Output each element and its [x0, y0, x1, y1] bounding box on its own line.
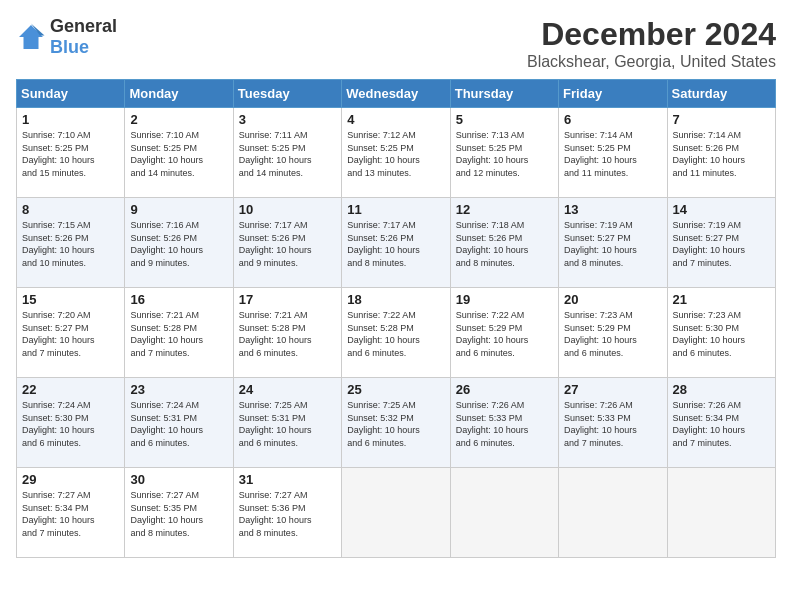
- weekday-header-cell: Tuesday: [233, 80, 341, 108]
- day-number: 3: [239, 112, 336, 127]
- day-info: Sunrise: 7:24 AMSunset: 5:31 PMDaylight:…: [130, 399, 227, 449]
- location-title: Blackshear, Georgia, United States: [527, 53, 776, 71]
- day-number: 15: [22, 292, 119, 307]
- day-info: Sunrise: 7:17 AMSunset: 5:26 PMDaylight:…: [239, 219, 336, 269]
- day-number: 23: [130, 382, 227, 397]
- day-info: Sunrise: 7:21 AMSunset: 5:28 PMDaylight:…: [130, 309, 227, 359]
- calendar: SundayMondayTuesdayWednesdayThursdayFrid…: [16, 79, 776, 558]
- calendar-day-cell: 10Sunrise: 7:17 AMSunset: 5:26 PMDayligh…: [233, 198, 341, 288]
- day-info: Sunrise: 7:27 AMSunset: 5:36 PMDaylight:…: [239, 489, 336, 539]
- logo-icon: [16, 22, 46, 52]
- calendar-week-row: 29Sunrise: 7:27 AMSunset: 5:34 PMDayligh…: [17, 468, 776, 558]
- day-number: 29: [22, 472, 119, 487]
- title-area: December 2024 Blackshear, Georgia, Unite…: [527, 16, 776, 71]
- calendar-day-cell: 25Sunrise: 7:25 AMSunset: 5:32 PMDayligh…: [342, 378, 450, 468]
- weekday-header-cell: Sunday: [17, 80, 125, 108]
- day-number: 26: [456, 382, 553, 397]
- weekday-header-cell: Thursday: [450, 80, 558, 108]
- day-number: 10: [239, 202, 336, 217]
- calendar-day-cell: 16Sunrise: 7:21 AMSunset: 5:28 PMDayligh…: [125, 288, 233, 378]
- calendar-day-cell: 24Sunrise: 7:25 AMSunset: 5:31 PMDayligh…: [233, 378, 341, 468]
- day-info: Sunrise: 7:14 AMSunset: 5:25 PMDaylight:…: [564, 129, 661, 179]
- day-info: Sunrise: 7:26 AMSunset: 5:34 PMDaylight:…: [673, 399, 770, 449]
- day-info: Sunrise: 7:10 AMSunset: 5:25 PMDaylight:…: [22, 129, 119, 179]
- day-number: 24: [239, 382, 336, 397]
- calendar-day-cell: 9Sunrise: 7:16 AMSunset: 5:26 PMDaylight…: [125, 198, 233, 288]
- day-number: 11: [347, 202, 444, 217]
- calendar-day-cell: 8Sunrise: 7:15 AMSunset: 5:26 PMDaylight…: [17, 198, 125, 288]
- calendar-day-cell: 6Sunrise: 7:14 AMSunset: 5:25 PMDaylight…: [559, 108, 667, 198]
- day-number: 25: [347, 382, 444, 397]
- day-number: 21: [673, 292, 770, 307]
- day-number: 9: [130, 202, 227, 217]
- calendar-day-cell: 12Sunrise: 7:18 AMSunset: 5:26 PMDayligh…: [450, 198, 558, 288]
- calendar-day-cell: [667, 468, 775, 558]
- logo-text: General Blue: [50, 16, 117, 58]
- day-info: Sunrise: 7:18 AMSunset: 5:26 PMDaylight:…: [456, 219, 553, 269]
- calendar-week-row: 8Sunrise: 7:15 AMSunset: 5:26 PMDaylight…: [17, 198, 776, 288]
- calendar-day-cell: 27Sunrise: 7:26 AMSunset: 5:33 PMDayligh…: [559, 378, 667, 468]
- calendar-day-cell: [559, 468, 667, 558]
- calendar-day-cell: 5Sunrise: 7:13 AMSunset: 5:25 PMDaylight…: [450, 108, 558, 198]
- calendar-day-cell: 31Sunrise: 7:27 AMSunset: 5:36 PMDayligh…: [233, 468, 341, 558]
- day-info: Sunrise: 7:23 AMSunset: 5:29 PMDaylight:…: [564, 309, 661, 359]
- day-number: 14: [673, 202, 770, 217]
- day-info: Sunrise: 7:25 AMSunset: 5:31 PMDaylight:…: [239, 399, 336, 449]
- day-number: 5: [456, 112, 553, 127]
- day-info: Sunrise: 7:23 AMSunset: 5:30 PMDaylight:…: [673, 309, 770, 359]
- calendar-body: 1Sunrise: 7:10 AMSunset: 5:25 PMDaylight…: [17, 108, 776, 558]
- calendar-day-cell: 1Sunrise: 7:10 AMSunset: 5:25 PMDaylight…: [17, 108, 125, 198]
- day-number: 27: [564, 382, 661, 397]
- logo: General Blue: [16, 16, 117, 58]
- day-number: 16: [130, 292, 227, 307]
- day-info: Sunrise: 7:10 AMSunset: 5:25 PMDaylight:…: [130, 129, 227, 179]
- calendar-day-cell: 19Sunrise: 7:22 AMSunset: 5:29 PMDayligh…: [450, 288, 558, 378]
- weekday-header-cell: Monday: [125, 80, 233, 108]
- day-info: Sunrise: 7:14 AMSunset: 5:26 PMDaylight:…: [673, 129, 770, 179]
- calendar-day-cell: 2Sunrise: 7:10 AMSunset: 5:25 PMDaylight…: [125, 108, 233, 198]
- calendar-day-cell: 23Sunrise: 7:24 AMSunset: 5:31 PMDayligh…: [125, 378, 233, 468]
- day-info: Sunrise: 7:22 AMSunset: 5:28 PMDaylight:…: [347, 309, 444, 359]
- day-info: Sunrise: 7:19 AMSunset: 5:27 PMDaylight:…: [673, 219, 770, 269]
- calendar-day-cell: 28Sunrise: 7:26 AMSunset: 5:34 PMDayligh…: [667, 378, 775, 468]
- calendar-day-cell: 13Sunrise: 7:19 AMSunset: 5:27 PMDayligh…: [559, 198, 667, 288]
- day-number: 2: [130, 112, 227, 127]
- day-number: 12: [456, 202, 553, 217]
- day-number: 30: [130, 472, 227, 487]
- calendar-day-cell: [342, 468, 450, 558]
- day-number: 1: [22, 112, 119, 127]
- day-info: Sunrise: 7:26 AMSunset: 5:33 PMDaylight:…: [564, 399, 661, 449]
- calendar-day-cell: [450, 468, 558, 558]
- day-info: Sunrise: 7:16 AMSunset: 5:26 PMDaylight:…: [130, 219, 227, 269]
- day-info: Sunrise: 7:20 AMSunset: 5:27 PMDaylight:…: [22, 309, 119, 359]
- calendar-day-cell: 4Sunrise: 7:12 AMSunset: 5:25 PMDaylight…: [342, 108, 450, 198]
- weekday-header-cell: Wednesday: [342, 80, 450, 108]
- header: General Blue December 2024 Blackshear, G…: [16, 16, 776, 71]
- calendar-day-cell: 14Sunrise: 7:19 AMSunset: 5:27 PMDayligh…: [667, 198, 775, 288]
- calendar-week-row: 15Sunrise: 7:20 AMSunset: 5:27 PMDayligh…: [17, 288, 776, 378]
- calendar-day-cell: 22Sunrise: 7:24 AMSunset: 5:30 PMDayligh…: [17, 378, 125, 468]
- day-number: 17: [239, 292, 336, 307]
- calendar-day-cell: 17Sunrise: 7:21 AMSunset: 5:28 PMDayligh…: [233, 288, 341, 378]
- calendar-day-cell: 29Sunrise: 7:27 AMSunset: 5:34 PMDayligh…: [17, 468, 125, 558]
- day-number: 13: [564, 202, 661, 217]
- calendar-day-cell: 11Sunrise: 7:17 AMSunset: 5:26 PMDayligh…: [342, 198, 450, 288]
- calendar-day-cell: 7Sunrise: 7:14 AMSunset: 5:26 PMDaylight…: [667, 108, 775, 198]
- day-info: Sunrise: 7:15 AMSunset: 5:26 PMDaylight:…: [22, 219, 119, 269]
- day-number: 19: [456, 292, 553, 307]
- day-info: Sunrise: 7:27 AMSunset: 5:35 PMDaylight:…: [130, 489, 227, 539]
- calendar-week-row: 22Sunrise: 7:24 AMSunset: 5:30 PMDayligh…: [17, 378, 776, 468]
- weekday-header-cell: Friday: [559, 80, 667, 108]
- day-number: 31: [239, 472, 336, 487]
- day-info: Sunrise: 7:17 AMSunset: 5:26 PMDaylight:…: [347, 219, 444, 269]
- day-info: Sunrise: 7:22 AMSunset: 5:29 PMDaylight:…: [456, 309, 553, 359]
- day-number: 8: [22, 202, 119, 217]
- day-info: Sunrise: 7:21 AMSunset: 5:28 PMDaylight:…: [239, 309, 336, 359]
- calendar-day-cell: 3Sunrise: 7:11 AMSunset: 5:25 PMDaylight…: [233, 108, 341, 198]
- svg-marker-0: [19, 25, 43, 49]
- calendar-day-cell: 30Sunrise: 7:27 AMSunset: 5:35 PMDayligh…: [125, 468, 233, 558]
- day-number: 7: [673, 112, 770, 127]
- day-info: Sunrise: 7:13 AMSunset: 5:25 PMDaylight:…: [456, 129, 553, 179]
- day-number: 20: [564, 292, 661, 307]
- day-number: 22: [22, 382, 119, 397]
